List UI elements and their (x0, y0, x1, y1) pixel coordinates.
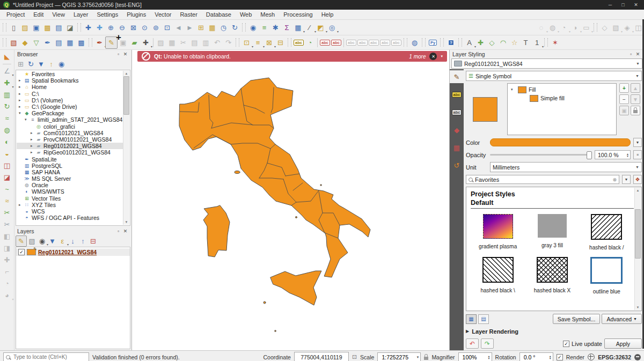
banner-more-link[interactable]: 1 more (409, 54, 426, 60)
browser-close-icon[interactable]: ✕ (122, 51, 129, 57)
render-checkbox[interactable]: ✓ (557, 354, 563, 360)
add-selected-layers-icon[interactable]: ⊞ (16, 59, 26, 69)
browser-item-sap-hana[interactable]: ▦SAP HANA (17, 169, 123, 175)
layers-undock-icon[interactable]: ▫ (115, 229, 122, 234)
layer-item[interactable]: ✓ Reg01012021_WGS84 (16, 248, 130, 256)
fill-ring-icon[interactable]: ◒ (2, 148, 13, 159)
browser-item-provcm01012021-wgs84[interactable]: ▸▰ProvCM01012021_WGS84 (17, 136, 123, 143)
banner-dropdown-icon[interactable]: ▾ (441, 54, 443, 58)
open-layer-styling-panel-icon[interactable]: ✎ (16, 235, 27, 247)
browser-item-favorites[interactable]: ★Favorites (17, 71, 123, 77)
menu-processing[interactable]: Processing (279, 11, 317, 18)
scroll-down-icon[interactable]: ▼ (125, 219, 128, 225)
browser-item-postgresql[interactable]: ▥PostgreSQL (17, 163, 123, 169)
map-canvas[interactable]: Qt: Unable to obtain clipboard. 1 more ✕… (132, 50, 450, 350)
form-annotation-icon[interactable]: 1▾ (531, 37, 543, 48)
delete-ring-icon[interactable]: ◫ (2, 160, 13, 171)
pan-map-icon[interactable]: ✚ (83, 22, 94, 33)
extents-icon[interactable]: ⊡ (352, 353, 357, 360)
auto-label-placement-icon[interactable]: A▾ (464, 37, 475, 48)
zoom-in-icon[interactable]: ⊕ (105, 22, 116, 33)
text-annotation-icon[interactable]: T (520, 37, 531, 48)
layers-close-icon[interactable]: ✕ (122, 229, 129, 234)
identify-features-icon[interactable]: ◉ (247, 22, 259, 33)
redo-style-button[interactable]: ↷ (481, 338, 494, 349)
menu-view[interactable]: View (48, 11, 69, 18)
browser-item-reg01012021-wgs84[interactable]: ▸▰Reg01012021_WGS84 (17, 143, 123, 149)
new-mesh-layer-icon[interactable]: ▩ (76, 37, 87, 48)
new-temporary-scratch-layer-icon[interactable]: ▤ (53, 37, 64, 48)
magnifier-input[interactable] (462, 353, 488, 361)
zoom-to-layer-icon[interactable]: ⊚ (150, 22, 162, 33)
new-map-view-icon[interactable]: ⊞ (195, 22, 207, 33)
view-3d-tab[interactable]: ◆ (450, 123, 464, 136)
labels-tab[interactable]: abc (450, 88, 464, 101)
toggle-editing-icon[interactable]: ✎ (105, 36, 118, 49)
select-by-value-icon[interactable]: ⊟ (275, 37, 286, 48)
zoom-next-icon[interactable]: ► (184, 22, 195, 33)
menu-database[interactable]: Database (202, 11, 236, 18)
undo-style-button[interactable]: ↶ (466, 338, 479, 349)
highlight-pinned-labels-icon[interactable]: abc (331, 37, 342, 48)
pin-labels-icon[interactable]: abc (319, 37, 331, 48)
reshape-features-icon[interactable]: ~ (2, 183, 13, 195)
move-feature-icon[interactable]: ✚▾ (2, 77, 13, 89)
add-group-icon[interactable]: ▧ (27, 236, 37, 246)
offset-label-icon[interactable]: ◇ (486, 37, 497, 48)
temporal-controller-icon[interactable]: ◷ (218, 22, 229, 33)
new-print-layout-icon[interactable]: ▤ (53, 22, 64, 33)
offset-curve-icon[interactable]: ≈ (2, 195, 13, 207)
metasearch-catalog-icon[interactable]: ◍ (409, 37, 420, 48)
color-bar[interactable] (490, 138, 631, 146)
maximize-button[interactable]: □ (618, 2, 628, 8)
styling-close-icon[interactable]: ✕ (634, 51, 641, 57)
clear-search-icon[interactable]: ⊗ (612, 177, 617, 182)
remove-symbol-layer-button[interactable]: − (619, 94, 629, 104)
messages-icon[interactable] (634, 354, 641, 360)
zoom-full-icon[interactable]: ⊠ (128, 22, 139, 33)
styling-undock-icon[interactable]: ▫ (627, 51, 634, 57)
open-data-source-manager-icon[interactable]: ▧ (8, 37, 19, 48)
style-item-gray-3-fill[interactable]: gray 3 fill (525, 212, 579, 251)
menu-web[interactable]: Web (236, 11, 256, 18)
history-tab[interactable]: ↺ (450, 159, 464, 172)
data-defined-override-icon[interactable]: ≡ (633, 150, 642, 159)
remove-layer-icon[interactable]: ⊟ (88, 236, 98, 246)
deselect-features-icon[interactable]: ⊠▾ (264, 37, 275, 48)
styling-layer-select[interactable]: Reg01012021_WGS84 ▼ (451, 58, 642, 69)
menu-layer[interactable]: Layer (69, 11, 93, 18)
browser-item-com01012021-wgs84[interactable]: ▸▰Com01012021_WGS84 (17, 130, 123, 136)
add-ring-icon[interactable]: ◍ (2, 124, 13, 136)
list-view-button[interactable]: ▤ (478, 314, 489, 324)
search-filter-dropdown-icon[interactable]: ▼ (622, 175, 631, 184)
menu-mesh[interactable]: Mesh (256, 11, 279, 18)
select-features-icon[interactable]: ⊡▾ (241, 37, 252, 48)
unit-select[interactable]: Millimeters ▼ (490, 162, 642, 172)
filter-legend-expression-icon[interactable]: ε▾ (57, 236, 68, 246)
scroll-down-icon[interactable]: ▼ (636, 305, 640, 310)
collapse-all-browser-icon[interactable]: ↑ (46, 59, 56, 69)
menu-settings[interactable]: Settings (92, 11, 122, 18)
layer-visibility-checkbox[interactable]: ✓ (18, 249, 25, 255)
browser-scrollbar[interactable]: ▲ ▼ (123, 71, 129, 225)
masks-tab[interactable]: abc (450, 106, 464, 119)
simplify-feature-icon[interactable]: ≈ (2, 113, 13, 124)
layer-diagram-icon[interactable]: ◔ (304, 37, 316, 48)
layer-labeling-icon[interactable]: abc (293, 37, 304, 48)
refresh-browser-icon[interactable]: ↻ (26, 59, 36, 69)
pan-to-selection-icon[interactable]: ✚ (94, 22, 105, 33)
close-button[interactable]: ✕ (631, 2, 641, 8)
browser-item-vector-tiles[interactable]: ⊞Vector Tiles (17, 195, 123, 202)
browser-item-colori-grafici[interactable]: ◎colori_grafici (17, 123, 123, 130)
crs-value[interactable]: EPSG:32632 (598, 354, 631, 360)
osm-place-search-icon[interactable]: ◎▾ (326, 22, 338, 33)
rotation-input[interactable] (523, 353, 549, 361)
advanced-button[interactable]: Advanced ▼ (602, 314, 642, 324)
opacity-spinbox[interactable]: 100.0 % ▲▼ (595, 150, 631, 159)
new-spatialite-layer-icon[interactable]: ✒ (42, 37, 53, 48)
symbology-tab[interactable]: ✎ (450, 70, 464, 83)
style-item-hashed-black-x[interactable]: hashed black X (525, 255, 579, 294)
save-project-as-icon[interactable]: ▩ (42, 22, 53, 33)
style-item-hashed-black[interactable]: hashed black \ (471, 255, 525, 294)
new-project-icon[interactable]: ▯ (8, 22, 19, 33)
